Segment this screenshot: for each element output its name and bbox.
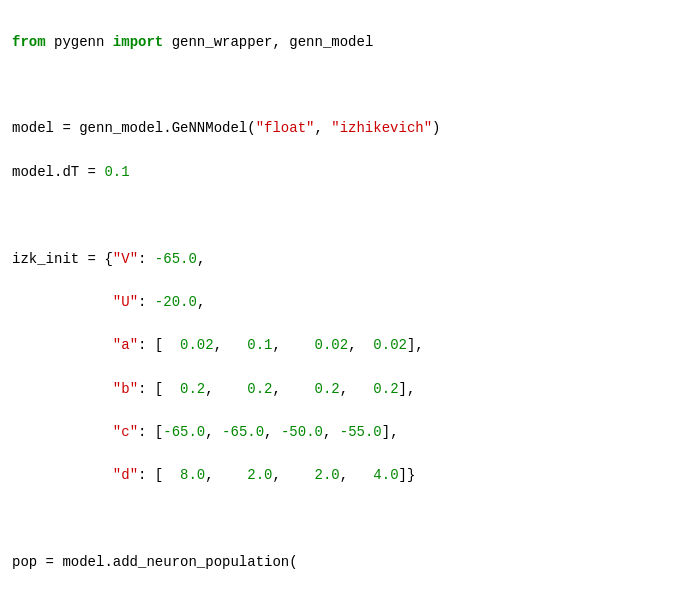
line-1: from pygenn import genn_wrapper, genn_mo… bbox=[12, 32, 666, 54]
line-7: "U": -20.0, bbox=[12, 292, 666, 314]
line-8: "a": [ 0.02, 0.1, 0.02, 0.02], bbox=[12, 335, 666, 357]
line-13: pop = model.add_neuron_population( bbox=[12, 552, 666, 574]
line-10: "c": [-65.0, -65.0, -50.0, -55.0], bbox=[12, 422, 666, 444]
line-5 bbox=[12, 205, 666, 227]
line-12 bbox=[12, 509, 666, 531]
line-4: model.dT = 0.1 bbox=[12, 162, 666, 184]
line-6: izk_init = {"V": -65.0, bbox=[12, 249, 666, 271]
code-editor: from pygenn import genn_wrapper, genn_mo… bbox=[12, 10, 666, 597]
line-9: "b": [ 0.2, 0.2, 0.2, 0.2], bbox=[12, 379, 666, 401]
line-11: "d": [ 8.0, 2.0, 2.0, 4.0]} bbox=[12, 465, 666, 487]
line-3: model = genn_model.GeNNModel("float", "i… bbox=[12, 118, 666, 140]
line-2 bbox=[12, 75, 666, 97]
